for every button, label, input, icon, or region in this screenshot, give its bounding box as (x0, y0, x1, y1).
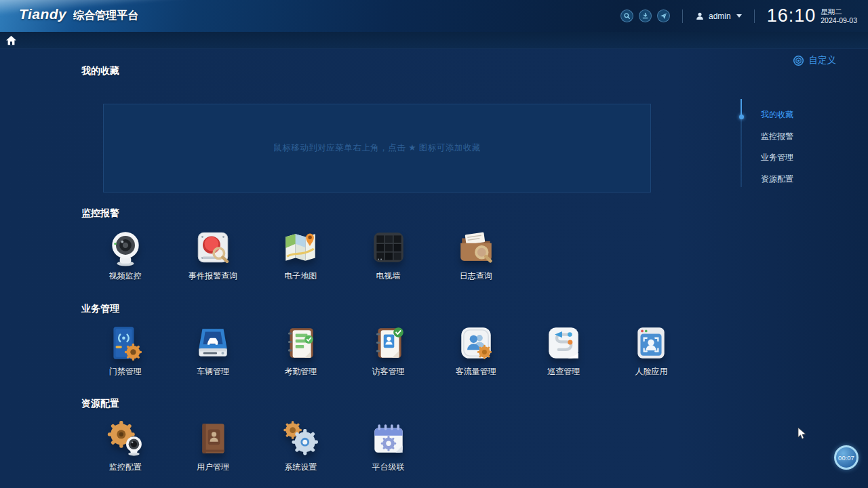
user-name: admin (709, 12, 731, 21)
attendance-icon (281, 323, 320, 363)
session-timer-badge[interactable]: 00:07 (834, 445, 859, 470)
app-label: 门禁管理 (109, 366, 142, 378)
visitor-icon (369, 323, 408, 363)
app-alarm-query[interactable]: 事件报警查询 (169, 228, 256, 282)
favorites-hint: 鼠标移动到对应菜单右上角，点击 ★ 图标可添加收藏 (273, 142, 481, 154)
system-settings-icon (281, 419, 320, 458)
gear-icon (793, 55, 804, 66)
download-icon (641, 12, 650, 20)
favorites-empty-box: 鼠标移动到对应菜单右上角，点击 ★ 图标可添加收藏 (103, 104, 651, 192)
clock: 16:10 星期二 2024-09-03 (767, 5, 857, 26)
app-visitor[interactable]: 访客管理 (344, 323, 432, 378)
app-label: 用户管理 (197, 462, 229, 473)
log-query-icon (456, 228, 496, 267)
app-label: 巡查管理 (547, 366, 580, 378)
divider (754, 9, 755, 23)
nav-item-2[interactable]: 监控报警 (761, 131, 793, 142)
customize-button[interactable]: 自定义 (793, 54, 837, 66)
face-app-icon (631, 323, 671, 363)
app-platform-cascade[interactable]: 平台级联 (344, 419, 432, 473)
app-label: 电子地图 (284, 270, 317, 282)
nav-item-1[interactable]: 我的收藏 (761, 109, 793, 121)
clock-time: 16:10 (767, 5, 816, 26)
app-system-settings[interactable]: 系统设置 (257, 419, 344, 473)
nav-indicator-line (741, 99, 742, 187)
topbar-actions: admin 16:10 星期二 2024-09-03 (620, 0, 857, 32)
user-menu[interactable]: admin (695, 12, 742, 21)
app-label: 考勤管理 (284, 366, 317, 378)
nav-item-4[interactable]: 资源配置 (761, 174, 793, 185)
search-button[interactable] (620, 9, 633, 22)
home-tab[interactable] (5, 34, 19, 47)
app-grid-monitor-alarm: 视频监控 事件报警查询 电子地图 电视墙 日志查询 (81, 228, 705, 282)
app-vehicle[interactable]: 车辆管理 (169, 323, 256, 378)
product-title: 综合管理平台 (73, 9, 138, 23)
app-monitor-config[interactable]: 监控配置 (81, 419, 169, 473)
app-e-map[interactable]: 电子地图 (257, 228, 344, 282)
download-button[interactable] (639, 9, 652, 22)
send-icon (659, 12, 668, 20)
app-face-app[interactable]: 人脸应用 (608, 323, 695, 378)
customize-label: 自定义 (809, 54, 837, 66)
app-label: 系统设置 (284, 462, 317, 473)
app-webcam[interactable]: 视频监控 (81, 228, 169, 282)
app-attendance[interactable]: 考勤管理 (257, 323, 344, 378)
brand: Tiandy 综合管理平台 (19, 6, 138, 23)
app-label: 视频监控 (109, 270, 142, 282)
platform-cascade-icon (369, 419, 408, 458)
e-map-icon (281, 228, 320, 267)
vehicle-icon (193, 323, 233, 363)
brand-logo: Tiandy (19, 6, 66, 22)
nav-item-3[interactable]: 业务管理 (761, 152, 793, 163)
app-grid-resource: 监控配置 用户管理 系统设置 平台级联 (81, 419, 705, 473)
app-access-control[interactable]: 门禁管理 (81, 323, 169, 378)
app-label: 访客管理 (372, 366, 405, 378)
tv-wall-icon (369, 228, 408, 267)
section-title-monitor-alarm: 监控报警 (81, 207, 119, 220)
home-icon (5, 35, 17, 46)
passenger-flow-icon (456, 323, 496, 363)
nav-active-dot (739, 115, 744, 119)
app-label: 平台级联 (372, 462, 405, 473)
section-nav: 我的收藏监控报警业务管理资源配置 (761, 109, 793, 195)
app-label: 人脸应用 (635, 366, 667, 378)
top-bar: Tiandy 综合管理平台 admin 16:10 星期二 2024-09-03 (0, 0, 868, 32)
app-grid-business: 门禁管理 车辆管理 考勤管理 访客管理 客流量管理 (81, 323, 705, 378)
app-label: 事件报警查询 (189, 270, 237, 282)
app-user-mgmt[interactable]: 用户管理 (169, 419, 256, 473)
clock-date: 2024-09-03 (821, 16, 857, 25)
app-label: 客流量管理 (456, 366, 496, 378)
section-title-resource: 资源配置 (81, 398, 119, 410)
user-icon (695, 12, 705, 21)
patrol-icon (544, 323, 583, 363)
app-log-query[interactable]: 日志查询 (432, 228, 519, 282)
alarm-query-icon (193, 228, 233, 267)
app-passenger-flow[interactable]: 客流量管理 (432, 323, 519, 378)
app-label: 日志查询 (460, 270, 492, 282)
app-patrol[interactable]: 巡查管理 (519, 323, 607, 378)
app-label: 电视墙 (376, 270, 401, 282)
app-label: 监控配置 (109, 462, 142, 473)
clock-weekday: 星期二 (821, 7, 857, 16)
section-title-business: 业务管理 (81, 303, 119, 315)
webcam-icon (106, 228, 145, 267)
user-mgmt-icon (193, 419, 233, 458)
monitor-config-icon (106, 419, 145, 458)
app-label: 车辆管理 (197, 366, 229, 378)
access-control-icon (106, 323, 145, 363)
tab-bar (0, 32, 868, 49)
chevron-down-icon (736, 14, 742, 18)
section-title-favorites: 我的收藏 (81, 65, 119, 77)
send-button[interactable] (657, 9, 670, 22)
divider (682, 9, 683, 23)
app-tv-wall[interactable]: 电视墙 (344, 228, 432, 282)
search-icon (623, 12, 631, 20)
